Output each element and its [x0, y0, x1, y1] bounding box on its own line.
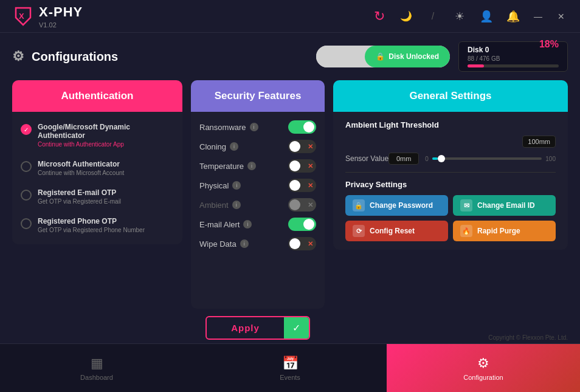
logo-icon: X	[12, 5, 34, 27]
header: X X-PHY V1.02 ↻ 🌙 / ☀ 👤 🔔 — ✕	[0, 0, 580, 33]
auth-item-3[interactable]: Registered Phone OTP Get OTP via Registe…	[21, 215, 174, 236]
apply-check-button[interactable]: ✓	[284, 317, 309, 339]
change-password-button[interactable]: 🔒 Change Password	[345, 195, 448, 216]
copyright: Copyright © Flexxon Pte. Ltd.	[488, 334, 568, 341]
sensor-label: Sensor Value	[345, 154, 388, 163]
info-icon-ransomware[interactable]: i	[250, 123, 258, 131]
security-header: Security Features	[191, 80, 325, 112]
refresh-icon[interactable]: ↻	[371, 8, 388, 25]
security-body: Ransomware i Cloning i ✕	[191, 112, 325, 309]
auth-item-2[interactable]: Registered E-mail OTP Get OTP via Regist…	[21, 186, 174, 207]
disk-usage: 88 / 476 GB	[468, 55, 559, 62]
sec-row-ransomware: Ransomware i	[199, 120, 316, 134]
sec-row-physical: Physical i ✕	[199, 179, 316, 192]
privacy-title: Privacy Settings	[345, 180, 556, 189]
auth-radio-3[interactable]	[21, 218, 32, 229]
dashboard-icon: ▦	[91, 356, 103, 371]
auth-column: Authentication Google/Microsoft Dynamic …	[12, 80, 182, 343]
privacy-buttons: 🔒 Change Password ✉ Change Email ID ⟳ Co…	[345, 195, 556, 241]
disk-area: 🔒 Disk Unlocked Disk 0 18% 88 / 476 GB	[316, 41, 568, 72]
page-title: ⚙ Configurations	[12, 49, 118, 64]
sun-icon[interactable]: ☀	[451, 8, 468, 25]
apply-area: Apply ✓	[191, 316, 325, 340]
info-icon-temperature[interactable]: i	[247, 162, 256, 170]
page-title-bar: ⚙ Configurations 🔒 Disk Unlocked Disk 0 …	[12, 41, 568, 72]
change-email-button[interactable]: ✉ Change Email ID	[453, 195, 556, 216]
nav-dashboard[interactable]: ▦ Dashboard	[0, 344, 193, 392]
sec-row-email-alert: E-mail Alert i	[199, 218, 316, 231]
toggle-ransomware[interactable]	[288, 120, 316, 134]
disk-name: Disk 0	[468, 46, 489, 54]
disk-unlock-button[interactable]: 🔒 Disk Unlocked	[316, 46, 450, 67]
header-controls: ↻ 🌙 / ☀ 👤 🔔 — ✕	[371, 8, 568, 25]
slider-min: 0	[425, 156, 429, 162]
lock-icon: 🔒	[376, 52, 385, 61]
sensor-row: Sensor Value 0mm 0 100	[345, 153, 556, 165]
auth-item-0[interactable]: Google/Microsoft Dynamic Authenticator C…	[21, 120, 174, 150]
gear-icon: ⚙	[12, 49, 24, 64]
ambient-value-row: 100mm	[345, 136, 556, 148]
reset-icon: ⟳	[353, 225, 365, 237]
auth-title-3: Registered Phone OTP	[38, 217, 145, 225]
disk-bar-fill	[468, 64, 484, 67]
slider-fill	[432, 157, 438, 160]
sec-row-ambient: Ambient i ✕	[199, 198, 316, 211]
events-icon: 📅	[282, 356, 299, 371]
general-body: Ambient Light Threshold 100mm Sensor Val…	[333, 112, 568, 250]
minimize-button[interactable]: —	[531, 10, 545, 23]
auth-sub-0: Continue with Authenticator App	[38, 141, 174, 148]
slider-thumb[interactable]	[438, 155, 445, 162]
user-icon[interactable]: 👤	[478, 8, 495, 25]
rapid-purge-button[interactable]: 🔥 Rapid Purge	[453, 221, 556, 241]
auth-title-2: Registered E-mail OTP	[38, 188, 121, 197]
close-button[interactable]: ✕	[554, 10, 568, 23]
fire-icon: 🔥	[460, 225, 472, 237]
auth-radio-1[interactable]	[21, 161, 32, 172]
bell-icon[interactable]: 🔔	[505, 8, 522, 25]
nav-events[interactable]: 📅 Events	[193, 344, 387, 392]
bottom-nav: ▦ Dashboard 📅 Events ⚙ Configuration	[0, 343, 580, 392]
auth-title-0: Google/Microsoft Dynamic Authenticator	[38, 123, 174, 140]
app-name: X-PHY	[39, 4, 83, 20]
separator: /	[424, 8, 441, 25]
toggle-ambient[interactable]: ✕	[288, 198, 316, 211]
toggle-temperature[interactable]: ✕	[288, 159, 316, 173]
disk-status: Disk 0 18% 88 / 476 GB	[458, 41, 568, 72]
apply-button[interactable]: Apply	[207, 318, 284, 338]
toggle-cloning[interactable]: ✕	[288, 140, 316, 153]
toggle-physical[interactable]: ✕	[288, 179, 316, 192]
auth-header: Authentication	[12, 80, 182, 112]
config-reset-button[interactable]: ⟳ Config Reset	[345, 221, 448, 241]
auth-radio-2[interactable]	[21, 190, 32, 201]
email-icon: ✉	[460, 199, 472, 211]
info-icon-cloning[interactable]: i	[230, 142, 238, 151]
slider-max: 100	[545, 156, 556, 162]
disk-unlock-label: Disk Unlocked	[388, 52, 439, 61]
sec-row-cloning: Cloning i ✕	[199, 140, 316, 153]
ambient-section-title: Ambient Light Threshold	[345, 120, 556, 129]
info-icon-wipe-data[interactable]: i	[240, 239, 249, 248]
sec-row-temperature: Temperature i ✕	[199, 159, 316, 173]
slider-area: 0 100	[425, 156, 556, 162]
app-version: V1.02	[39, 21, 83, 29]
toggle-email-alert[interactable]	[288, 218, 316, 231]
moon-icon[interactable]: 🌙	[398, 8, 415, 25]
info-icon-physical[interactable]: i	[232, 181, 241, 190]
slider-track[interactable]	[432, 157, 542, 160]
auth-item-1[interactable]: Microsoft Authenticator Continue with Mi…	[21, 157, 174, 179]
nav-configuration[interactable]: ⚙ Configuration	[387, 344, 580, 392]
info-icon-ambient[interactable]: i	[232, 201, 241, 209]
general-header: General Settings	[333, 80, 568, 112]
general-column: General Settings Ambient Light Threshold…	[333, 80, 568, 343]
auth-radio-0[interactable]	[21, 124, 32, 135]
config-icon: ⚙	[477, 356, 489, 371]
info-icon-email-alert[interactable]: i	[243, 220, 252, 229]
security-column: Security Features Ransomware i Clon	[191, 80, 325, 343]
toggle-wipe-data[interactable]: ✕	[288, 237, 316, 250]
auth-sub-1: Continue with Microsoft Account	[38, 170, 124, 176]
disk-percent: 18%	[539, 39, 559, 50]
divider	[345, 172, 556, 173]
logo: X X-PHY V1.02	[12, 4, 83, 29]
lock-icon: 🔒	[353, 199, 365, 211]
auth-title-1: Microsoft Authenticator	[38, 160, 124, 168]
